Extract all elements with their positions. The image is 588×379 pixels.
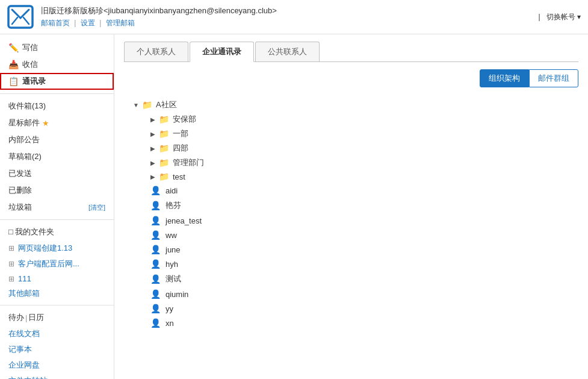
contact-icon: 👤 [150, 245, 161, 254]
sidebar-todo-calendar[interactable]: 待办 | 日历 [0, 309, 114, 326]
header-nav: 邮箱首页 | 设置 | 管理邮箱 [41, 18, 534, 28]
file-transfer-label: 文件中转站 [8, 375, 48, 379]
toggle-yibu[interactable]: ▶ [148, 129, 158, 139]
nav-settings[interactable]: 设置 [81, 19, 95, 27]
folder-icon-anbao: 📁 [159, 114, 169, 124]
sep2: | [99, 19, 103, 27]
btn-mail-group[interactable]: 邮件群组 [529, 69, 578, 87]
toggle-guanli[interactable]: ▶ [148, 158, 158, 168]
header-info: 旧版迁移新版杨珍<jiubanqianyixinbanyangzhen@sile… [41, 5, 534, 28]
tree-node-anbao[interactable]: ▶ 📁 安保部 [146, 112, 578, 127]
header: 旧版迁移新版杨珍<jiubanqianyixinbanyangzhen@sile… [0, 0, 588, 34]
sidebar-item-compose[interactable]: ✏️ 写信 [0, 39, 114, 56]
tree-node-sibu[interactable]: ▶ 📁 四部 [146, 141, 578, 155]
tree-root-label: A社区 [156, 99, 177, 110]
folder-icon-yibu: 📁 [159, 129, 169, 139]
sidebar-my-folders[interactable]: □ 我的文件夹 [0, 224, 114, 240]
contacts-label: 通讯录 [22, 76, 46, 87]
sidebar-folder-3[interactable]: ⊞ 111 [0, 272, 114, 286]
notes-label: 记事本 [8, 344, 32, 355]
contact-row[interactable]: 👤aidi [146, 183, 578, 198]
other-mailbox-label: 其他邮箱 [8, 288, 40, 299]
sidebar-item-draft[interactable]: 草稿箱(2) [0, 148, 114, 165]
switch-label[interactable]: 切换帐号 ▾ [546, 13, 581, 21]
sent-label: 已发送 [8, 168, 32, 179]
toolbar: 组织架构 邮件群组 [124, 69, 578, 87]
contact-row[interactable]: 👤艳芬 [146, 198, 578, 213]
contact-row[interactable]: 👤xn [146, 316, 578, 330]
calendar-label: 日历 [28, 312, 44, 323]
inbox-label: 收信 [22, 59, 38, 70]
contact-row[interactable]: 👤hyh [146, 257, 578, 271]
tree-folder-icon-root: 📁 [142, 100, 152, 110]
sidebar-item-notice[interactable]: 内部公告 [0, 131, 114, 148]
header-user-info: 旧版迁移新版杨珍<jiubanqianyixinbanyangzhen@sile… [41, 5, 534, 16]
tree-node-test[interactable]: ▶ 📁 test [146, 170, 578, 183]
toggle-anbao[interactable]: ▶ [148, 114, 158, 124]
contact-icon: 👤 [150, 274, 161, 284]
contact-row[interactable]: 👤测试 [146, 271, 578, 287]
contact-name: hyh [166, 260, 178, 269]
nav-manage[interactable]: 管理邮箱 [106, 19, 135, 27]
enterprise-disk-label: 企业网盘 [8, 360, 40, 371]
sidebar-item-sent[interactable]: 已发送 [0, 165, 114, 182]
label-guanli: 管理部门 [173, 157, 204, 168]
tab-personal[interactable]: 个人联系人 [124, 42, 188, 61]
toggle-test[interactable]: ▶ [148, 172, 158, 181]
compose-label: 写信 [22, 42, 38, 53]
trash-label: 垃圾箱 [8, 202, 32, 213]
contact-row[interactable]: 👤jenea_test [146, 213, 578, 228]
nav-home[interactable]: 邮箱首页 [41, 19, 70, 27]
tree-children: ▶ 📁 安保部 ▶ 📁 一部 ▶ 📁 四部 [129, 112, 578, 330]
toggle-sibu[interactable]: ▶ [148, 143, 158, 153]
tree-toggle-root[interactable]: ▼ [131, 100, 141, 110]
sidebar-online-docs[interactable]: 在线文档 [0, 326, 114, 342]
folder1-label: 网页端创建1.13 [18, 243, 72, 254]
my-folders-label: □ 我的文件夹 [8, 227, 54, 237]
sidebar-item-deleted[interactable]: 已删除 [0, 182, 114, 199]
plus-icon-1: ⊞ [8, 244, 14, 252]
sidebar-file-transfer[interactable]: 文件中转站 [0, 373, 114, 379]
sidebar-folder-1[interactable]: ⊞ 网页端创建1.13 [0, 240, 114, 256]
sep1: | [74, 19, 78, 27]
contact-row[interactable]: 👤yy [146, 301, 578, 316]
contact-row[interactable]: 👤qiumin [146, 287, 578, 301]
deleted-label: 已删除 [8, 185, 32, 196]
sidebar-notes[interactable]: 记事本 [0, 342, 114, 357]
tab-enterprise[interactable]: 企业通讯录 [190, 42, 254, 62]
tabs-bar: 个人联系人 企业通讯录 公共联系人 [124, 42, 578, 62]
tree-node-guanli[interactable]: ▶ 📁 管理部门 [146, 155, 578, 170]
contact-name: june [166, 245, 181, 254]
sidebar-item-starred[interactable]: 星标邮件 ★ [0, 114, 114, 131]
contact-name: 艳芬 [166, 200, 181, 211]
contact-row[interactable]: 👤june [146, 242, 578, 257]
contact-name: jenea_test [166, 216, 202, 225]
sidebar-item-inbox-folder[interactable]: 收件箱(13) [0, 98, 114, 114]
sidebar: ✏️ 写信 📥 收信 📋 通讯录 收件箱(13) 星标邮件 ★ 内部公告 [0, 34, 114, 379]
btn-org-structure[interactable]: 组织架构 [480, 69, 529, 87]
contact-icon: 👤 [150, 259, 161, 269]
divider3 [0, 305, 114, 305]
content-area: 个人联系人 企业通讯录 公共联系人 组织架构 邮件群组 ▼ 📁 A社区 [114, 34, 588, 379]
sep-pipe: | [534, 13, 544, 21]
label-sibu: 四部 [173, 143, 188, 154]
contact-name: xn [166, 319, 174, 328]
sidebar-item-inbox[interactable]: 📥 收信 [0, 56, 114, 73]
tab-public[interactable]: 公共联系人 [255, 42, 320, 61]
tree-root-row[interactable]: ▼ 📁 A社区 [129, 98, 578, 112]
sidebar-item-contacts[interactable]: 📋 通讯录 [0, 73, 114, 90]
sidebar-folder-2[interactable]: ⊞ 客户端配置后网... [0, 256, 114, 272]
contact-name: qiumin [166, 290, 188, 299]
label-test: test [173, 172, 185, 181]
tree-root-node: ▼ 📁 A社区 ▶ 📁 安保部 ▶ 📁 一部 [129, 96, 578, 332]
contact-icon: 👤 [150, 186, 161, 195]
sidebar-item-trash[interactable]: 垃圾箱 [清空] [0, 199, 114, 216]
tree-node-yibu[interactable]: ▶ 📁 一部 [146, 127, 578, 141]
star-icon: ★ [42, 119, 49, 128]
sidebar-enterprise-disk[interactable]: 企业网盘 [0, 357, 114, 373]
switch-account[interactable]: | 切换帐号 ▾ [534, 12, 581, 22]
sidebar-other-mailbox[interactable]: 其他邮箱 [0, 286, 114, 301]
folder3-label: 111 [18, 274, 31, 283]
contact-row[interactable]: 👤ww [146, 228, 578, 242]
trash-clean[interactable]: [清空] [88, 203, 105, 212]
